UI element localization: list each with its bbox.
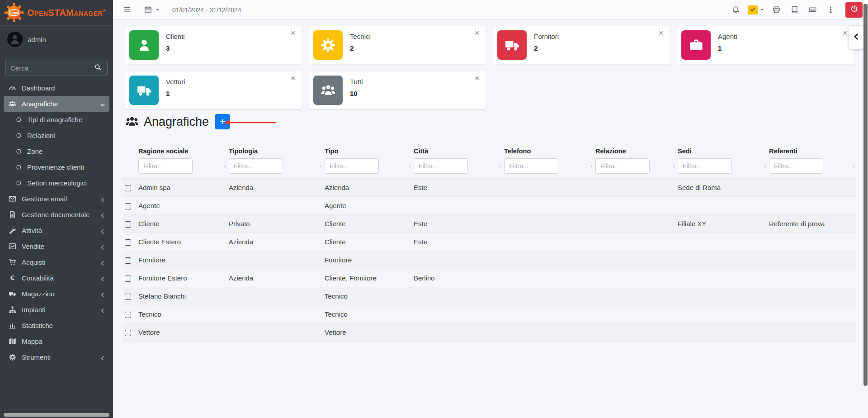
table-row[interactable]: Stefano BianchiTecnico	[123, 287, 856, 305]
column-filter-input[interactable]	[138, 158, 193, 174]
docs-book-icon[interactable]	[788, 4, 800, 16]
sidebar-item-strumenti[interactable]: Strumenti	[4, 349, 109, 365]
column-header-label[interactable]: Tipo	[325, 147, 409, 155]
sidebar-subitem[interactable]: Zone	[0, 143, 113, 159]
horizontal-scrollbar-thumb[interactable]	[4, 413, 109, 417]
brand[interactable]: OSM OpenSTAManager®	[0, 0, 113, 26]
sidebar-item-magazzino[interactable]: Magazzino	[4, 286, 109, 302]
sidebar-item-mappa[interactable]: Mappa	[4, 333, 109, 349]
close-icon[interactable]: ×	[843, 28, 848, 37]
row-checkbox[interactable]	[125, 294, 131, 300]
logout-button[interactable]	[845, 2, 863, 18]
sort-caret-icon[interactable]: ▲	[763, 164, 767, 168]
sort-caret-icon[interactable]: ▲	[408, 164, 412, 168]
top-navbar: 01/01/2024 - 31/12/2024	[113, 0, 868, 20]
close-icon[interactable]: ×	[291, 28, 296, 37]
column-filter-input[interactable]	[325, 158, 379, 174]
add-record-button[interactable]: +	[215, 114, 230, 129]
print-icon[interactable]	[770, 4, 782, 16]
table-row[interactable]: FornitoreFornitore	[123, 251, 856, 269]
sidebar-subitem[interactable]: Settori merceologici	[0, 175, 113, 191]
status-badge-dropdown[interactable]	[748, 5, 764, 14]
stat-card-fornitori[interactable]: Fornitori 2 ×	[493, 26, 670, 64]
table-row[interactable]: TecnicoTecnico	[123, 305, 856, 323]
close-icon[interactable]: ×	[659, 28, 664, 37]
sidebar-item-contabilita[interactable]: € Contabilità	[4, 270, 109, 286]
search-input[interactable]	[5, 60, 88, 76]
sidebar-item-impianti[interactable]: Impianti	[4, 302, 109, 318]
table-row[interactable]: AgenteAgente	[123, 197, 856, 215]
sidebar-subitem[interactable]: Relazioni	[0, 128, 113, 143]
close-icon[interactable]: ×	[291, 74, 296, 82]
column-header-label[interactable]: Città	[414, 147, 500, 155]
column-filter-input[interactable]	[595, 158, 650, 174]
stat-card-vettori[interactable]: Vettori 1 ×	[125, 71, 302, 109]
sidebar-item-acquisti[interactable]: Acquisti	[4, 254, 109, 270]
close-icon[interactable]: ×	[475, 74, 480, 82]
column-header-label[interactable]: Relazione	[595, 147, 673, 155]
info-icon[interactable]	[825, 4, 836, 16]
chevron-left-icon	[100, 307, 105, 313]
column-filter-input[interactable]	[769, 158, 823, 174]
date-range[interactable]: 01/01/2024 - 31/12/2024	[172, 6, 241, 14]
column-filter-input[interactable]	[229, 158, 283, 174]
row-checkbox[interactable]	[125, 276, 131, 282]
table-cell	[412, 305, 502, 323]
column-filter-input[interactable]	[414, 158, 468, 174]
row-checkbox[interactable]	[125, 330, 131, 336]
sidebar-item-gestione-email[interactable]: Gestione email	[4, 191, 109, 207]
column-filter-input[interactable]	[678, 158, 732, 174]
keyboard-shortcuts-icon[interactable]	[807, 4, 818, 16]
widgets-panel-toggle[interactable]	[849, 26, 863, 49]
table-row[interactable]: Cliente EsteroAziendaClienteEste	[123, 233, 856, 251]
row-checkbox[interactable]	[125, 257, 131, 264]
stat-card-tutti[interactable]: Tutti 10 ×	[309, 71, 486, 109]
stat-card-clienti[interactable]: Clienti 3 ×	[125, 26, 302, 64]
sidebar-subitem[interactable]: Tipi di anagrafiche	[0, 112, 113, 128]
calendar-picker[interactable]	[142, 4, 160, 16]
user-panel[interactable]: admin	[0, 26, 113, 53]
table-row[interactable]: Fornitore EsteroAziendaCliente, Fornitor…	[123, 269, 856, 287]
sidebar-item-label: Acquisti	[22, 258, 100, 266]
column-header-label[interactable]: Referenti	[769, 147, 853, 155]
column-header-label[interactable]: Ragione sociale	[138, 147, 224, 155]
sort-caret-icon[interactable]: ▲	[590, 164, 594, 168]
column-header-label[interactable]: Telefono	[504, 147, 591, 155]
sidebar-item-label: Gestione documentale	[22, 211, 100, 218]
sidebar-subitem[interactable]: Provenienze clienti	[0, 159, 113, 175]
gear-icon	[8, 353, 17, 361]
stat-card-tecnici[interactable]: Tecnici 2 ×	[309, 26, 486, 64]
sort-caret-icon[interactable]: ▲	[852, 164, 856, 168]
table-cell: Azienda	[323, 179, 412, 197]
row-checkbox[interactable]	[125, 221, 131, 228]
sort-caret-icon[interactable]: ▲	[672, 164, 676, 168]
menu-icon[interactable]	[121, 4, 133, 16]
sidebar-item-gestione-documentale[interactable]: Gestione documentale	[4, 207, 109, 223]
sidebar-item-anagrafiche[interactable]: Anagrafiche	[4, 96, 109, 112]
table-cell: Este	[412, 179, 502, 197]
column-header-label[interactable]: Sedi	[678, 147, 764, 155]
sidebar-item-vendite[interactable]: Vendite	[4, 238, 109, 254]
table-row[interactable]: VettoreVettore	[123, 323, 856, 342]
close-icon[interactable]: ×	[475, 28, 480, 37]
sidebar-item-attivita[interactable]: Attività	[4, 223, 109, 238]
column-header-label[interactable]: Tipologia	[229, 147, 320, 155]
column-filter-input[interactable]	[504, 158, 558, 174]
row-checkbox[interactable]	[125, 203, 131, 209]
row-checkbox[interactable]	[125, 239, 131, 246]
sort-caret-icon[interactable]: ▲	[498, 164, 502, 168]
table-row[interactable]: ClientePrivatoClienteEsteFiliale XYRefer…	[123, 215, 856, 233]
row-checkbox[interactable]	[125, 185, 131, 191]
search-button[interactable]	[88, 60, 108, 76]
sidebar-item-dashboard[interactable]: Dashboard	[4, 80, 109, 96]
sort-caret-icon[interactable]: ▲	[319, 164, 323, 168]
table-cell: Este	[412, 215, 502, 233]
vertical-scrollbar-thumb[interactable]	[863, 4, 868, 386]
stat-card-agenti[interactable]: Agenti 1 ×	[677, 26, 854, 64]
sidebar-item-statistiche[interactable]: Statistiche	[4, 318, 109, 333]
bell-icon[interactable]	[730, 4, 741, 16]
table-row[interactable]: Admin spaAziendaAziendaEsteSede di Roma	[123, 179, 856, 197]
row-checkbox[interactable]	[125, 312, 131, 318]
sort-caret-icon[interactable]: ▲	[223, 164, 227, 168]
table-cell	[594, 323, 676, 342]
